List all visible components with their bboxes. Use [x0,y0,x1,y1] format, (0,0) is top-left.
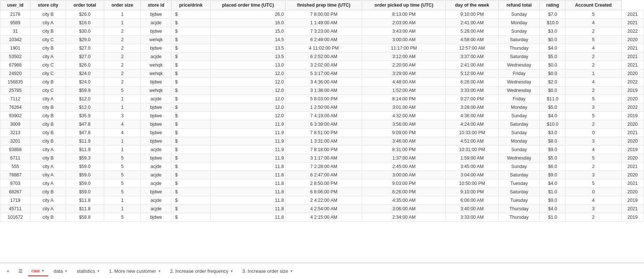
table-row[interactable]: 1901city B$27.02bjdwe$13.54 11:02:00 PM1… [0,44,644,53]
table-row[interactable]: 93902city B$35.93bjdwe$12.07 4:19:00 AM4… [0,112,644,120]
table-cell: 1:37:00 AM [362,154,446,162]
sheet-tab-1.-more-new-customer[interactable]: 1. More new customer▼ [105,267,165,276]
table-row[interactable]: 53502city A$27.02acjde$13.56 2:52:00 AM3… [0,53,644,61]
table-cell: 1 [104,137,141,146]
table-cell: 4 [565,146,621,154]
column-header-order-size: order size [104,0,141,10]
table-cell: Saturday [498,36,540,44]
table-cell: 10342 [0,36,30,44]
table-cell: Saturday [498,120,540,129]
table-row[interactable]: 10342city C$29.02wehqk$14.56 2:49:00 AM3… [0,36,644,44]
table-cell: 7112 [0,95,30,103]
table-row[interactable]: 101672city B$58.85bjdwe$11.84 2:15:00 AM… [0,213,644,222]
add-sheet-button[interactable]: + [3,267,13,276]
table-cell: 2 [565,213,621,222]
table-cell: 9:09:00 PM [362,129,446,137]
table-row[interactable]: 24920city C$24.02wehqk$12.05 3:17:00 AM3… [0,69,644,78]
price-sign-cell: $ [171,205,211,213]
table-cell: 2021 [621,205,644,213]
table-cell: 13.5 [211,53,285,61]
table-row[interactable]: 9589city A$16.01acjde$16.01 1:49:00 AM2:… [0,19,644,27]
table-cell: 8:13:00 PM [362,10,446,19]
table-cell: Tuesday [498,179,540,188]
table-cell: $26.0 [66,61,104,69]
table-cell: 4:58:00 AM [446,36,498,44]
table-cell: bjdwe [141,213,171,222]
sheet-tab-3.-increase-order-size[interactable]: 3. Increase order size▼ [239,267,297,276]
table-row[interactable]: 67988city C$26.02wehqk$13.03 2:02:00 AM2… [0,61,644,69]
table-cell: 3:12:00 AM [362,53,446,61]
price-sign-cell: $ [171,171,211,179]
sheets-menu-button[interactable]: ☰ [15,267,26,276]
table-row[interactable]: 45711city A$11.81acjde$11.84 2:54:00 AM3… [0,205,644,213]
table-cell: 2:41:00 AM [446,61,498,69]
table-cell: 10:50:00 PM [446,179,498,188]
table-row[interactable]: 156835city B$24.02bjdwe$12.03 4:36:00 AM… [0,78,644,86]
table-row[interactable]: 31city B$30.02bjdwe$15.07 3:23:00 AM3:43… [0,27,644,36]
table-cell: 12.0 [211,112,285,120]
table-cell: 6 8:06:00 PM [285,188,362,196]
table-row[interactable]: 2178city B$26.01bjdwe$26.07 8:00:00 PM8:… [0,10,644,19]
table-row[interactable]: 68267city B$59.05bjdwe$11.86 8:06:00 PM8… [0,188,644,196]
table-cell: 10:31:00 PM [446,146,498,154]
table-cell: 1:59:00 AM [446,154,498,162]
table-cell: 4:32:00 AM [362,112,446,120]
table-cell: 3:56:00 AM [362,120,446,129]
table-row[interactable]: 3009city B$47.84bjdwe$11.96 3:39:00 AM3:… [0,120,644,129]
table-cell: 4 11:02:00 PM [285,44,362,53]
table-cell: 4:51:00 AM [446,137,498,146]
price-sign-cell: $ [171,86,211,95]
price-sign-cell: $ [171,10,211,19]
table-row[interactable]: 7112city A$12.01acjde$12.05 8:03:00 PM8:… [0,95,644,103]
table-cell: 2019 [621,196,644,205]
table-row[interactable]: 25785city C$59.95wehqk$12.03 1:38:00 AM1… [0,86,644,95]
table-cell: 24920 [0,69,30,78]
table-cell: 2020 [621,69,644,78]
sheet-tab-statistics[interactable]: statistics▼ [73,267,104,276]
table-cell: 4 [565,19,621,27]
table-cell: 5:28:00 AM [446,27,498,36]
table-cell: 6 2:52:00 AM [285,53,362,61]
sheet-tab-data[interactable]: data▼ [50,267,72,276]
table-cell: wehqk [141,69,171,78]
table-cell: $0.0 [540,86,565,95]
table-cell: $4.0 [540,112,565,120]
table-row[interactable]: 555city A$59.05acjde$11.87 2:28:00 AM2:4… [0,162,644,171]
table-row[interactable]: 3201city B$11.91bjdwe$11.91 3:31:00 AM3:… [0,137,644,146]
table-cell: $59.3 [66,154,104,162]
column-header-store-id: store id [141,0,171,10]
table-row[interactable]: 76264city B$12.01bjdwe$12.01 2:50:00 AM3… [0,103,644,112]
table-cell: 53502 [0,53,30,61]
table-cell: 3 2:02:00 AM [285,61,362,69]
table-cell: Wednesday [498,78,540,86]
table-cell: acjde [141,95,171,103]
table-cell: 7 2:28:00 AM [285,162,362,171]
table-cell: wehqk [141,86,171,95]
table-cell: 76264 [0,103,30,112]
table-cell: 11.9 [211,146,285,154]
sheet-tab-2.-increase-order-frequency[interactable]: 2. Increase order frequency▼ [166,267,237,276]
table-cell: bjdwe [141,129,171,137]
table-row[interactable]: 1719city A$11.81acjde$11.82 4:22:00 AM4:… [0,196,644,205]
table-cell: 16.0 [211,19,285,27]
table-row[interactable]: 8703city A$59.05acjde$11.82 8:50:00 PM9:… [0,179,644,188]
price-sign-cell: $ [171,53,211,61]
sheet-tab-label: statistics [77,268,95,274]
table-cell: Saturday [498,53,540,61]
table-row[interactable]: 78887city A$59.05acjde$11.86 2:47:00 AM3… [0,171,644,179]
table-row[interactable]: 3213city B$47.84bjdwe$11.97 8:51:00 PM9:… [0,129,644,137]
table-row[interactable]: 6711city B$59.35bjdwe$11.93 1:17:00 AM1:… [0,154,644,162]
table-cell: 1 2:50:00 AM [285,103,362,112]
table-cell: $24.0 [66,69,104,78]
table-cell: 2020 [621,120,644,129]
table-cell: 2 [104,27,141,36]
tab-caret-icon: ▼ [97,269,100,273]
table-cell: 26.0 [211,10,285,19]
data-table-container[interactable]: user_idstore cityorder totalorder sizest… [0,0,644,263]
table-cell: 3213 [0,129,30,137]
table-cell: Friday [498,95,540,103]
table-cell: 5 [104,154,141,162]
sheet-tab-raw[interactable]: raw▼ [28,266,48,276]
table-cell: 2019 [621,112,644,120]
table-row[interactable]: 93868city A$11.91acjde$11.97 8:18:00 PM8… [0,146,644,154]
